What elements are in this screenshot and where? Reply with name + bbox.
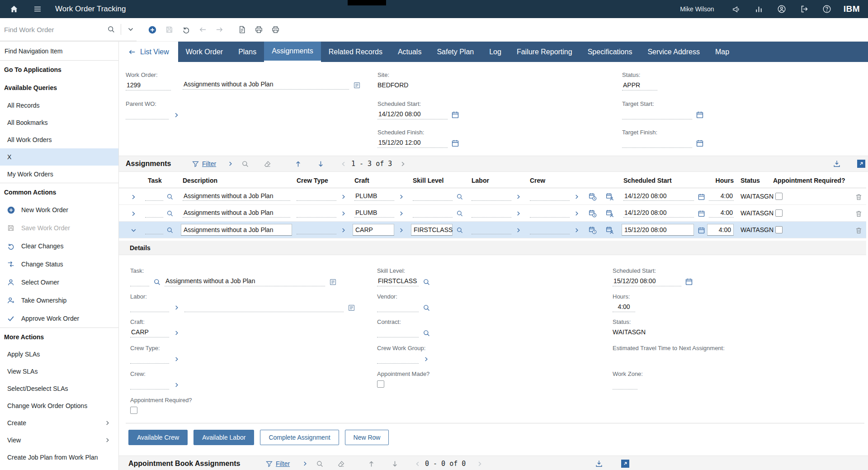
labor-field[interactable] xyxy=(472,209,511,218)
crew-chevron-icon[interactable] xyxy=(172,380,181,389)
table-search-icon[interactable] xyxy=(315,459,324,468)
description-field[interactable]: Assignments without a Job Plan xyxy=(183,209,290,218)
contract-value[interactable] xyxy=(377,328,419,337)
crew-type-field[interactable] xyxy=(297,192,336,201)
skill-level-input[interactable]: FIRSTCLASS xyxy=(411,224,453,236)
appointment-required-checkbox[interactable] xyxy=(775,209,783,217)
go-to-applications[interactable]: Go To Applications xyxy=(0,61,118,79)
craft-chevron-icon[interactable] xyxy=(397,209,406,218)
calendar-icon[interactable] xyxy=(451,110,460,119)
previous-page-icon[interactable] xyxy=(339,159,348,168)
next-record-icon[interactable] xyxy=(213,24,225,36)
reports-icon[interactable] xyxy=(753,3,765,15)
calendar-icon[interactable] xyxy=(697,192,706,201)
skill-level-search-icon[interactable] xyxy=(422,277,431,286)
labor-availability-icon[interactable] xyxy=(588,226,597,235)
table-search-icon[interactable] xyxy=(241,159,250,168)
appointment-made-checkbox[interactable] xyxy=(377,380,384,388)
target-start-value[interactable] xyxy=(622,110,692,119)
action-change-status[interactable]: Change Status xyxy=(0,255,118,273)
crew-availability-icon[interactable] xyxy=(605,209,614,218)
craft-field[interactable]: PLUMB xyxy=(354,209,394,218)
filter-chevron-icon[interactable] xyxy=(301,459,310,468)
tab-failure-reporting[interactable]: Failure Reporting xyxy=(509,42,580,62)
back-to-list-view[interactable]: List View xyxy=(119,42,178,62)
labor-availability-icon[interactable] xyxy=(588,192,597,201)
calendar-icon[interactable] xyxy=(451,139,460,148)
craft-chevron-icon[interactable] xyxy=(397,226,406,235)
labor-description-value[interactable] xyxy=(184,303,344,312)
crew-type-chevron-icon[interactable] xyxy=(339,209,348,218)
action-create-job-plan-from-work-plan[interactable]: Create Job Plan from Work Plan xyxy=(0,449,118,466)
scheduled-start-field[interactable]: 14/12/20 08:00 xyxy=(623,192,694,201)
skill-level-search-icon[interactable] xyxy=(455,209,464,218)
action-create[interactable]: Create xyxy=(0,414,118,432)
crew-field[interactable] xyxy=(530,209,570,218)
previous-page-icon[interactable] xyxy=(413,459,422,468)
action-remove-work-plan[interactable]: Remove Work Plan xyxy=(0,466,118,470)
filter-funnel-icon[interactable] xyxy=(191,159,200,168)
work-order-value[interactable]: 1299 xyxy=(126,81,171,90)
query-x[interactable]: X xyxy=(0,148,118,166)
labor-chevron-icon[interactable] xyxy=(514,192,523,201)
query-all-work-orders[interactable]: All Work Orders xyxy=(0,131,118,148)
crew-chevron-icon[interactable] xyxy=(572,226,581,235)
long-description-icon[interactable] xyxy=(352,81,361,90)
tab-assignments[interactable]: Assignments xyxy=(264,42,321,62)
available-labor-button[interactable]: Available Labor xyxy=(193,430,254,445)
appointment-required-checkbox[interactable] xyxy=(130,407,137,414)
action-clear-changes[interactable]: Clear Changes xyxy=(0,237,118,255)
hours-value[interactable]: 4:00 xyxy=(613,303,635,312)
crew-type-field[interactable] xyxy=(297,209,336,218)
tab-plans[interactable]: Plans xyxy=(231,42,264,62)
user-name[interactable]: Mike Wilson xyxy=(680,5,714,13)
complete-assignment-button[interactable]: Complete Assignment xyxy=(260,430,339,445)
skill-level-field[interactable] xyxy=(413,209,453,218)
parent-wo-detail-chevron-icon[interactable] xyxy=(172,110,181,119)
available-crew-button[interactable]: Available Crew xyxy=(128,430,188,445)
tab-safety-plan[interactable]: Safety Plan xyxy=(429,42,481,62)
clear-filter-icon[interactable] xyxy=(263,159,272,168)
crew-type-value[interactable] xyxy=(130,355,169,364)
crew-work-group-value[interactable] xyxy=(377,355,419,364)
print-icon[interactable] xyxy=(253,24,264,36)
calendar-icon[interactable] xyxy=(695,139,704,148)
parent-wo-value[interactable] xyxy=(126,110,169,119)
row-collapse-chevron-icon[interactable] xyxy=(129,226,138,235)
filter-funnel-icon[interactable] xyxy=(264,459,274,468)
crew-type-chevron-icon[interactable] xyxy=(172,355,181,364)
contract-search-icon[interactable] xyxy=(422,328,431,337)
vendor-search-icon[interactable] xyxy=(422,303,431,312)
next-row-icon[interactable] xyxy=(316,159,325,168)
find-navigation-input[interactable]: Find Navigation Item xyxy=(0,42,118,61)
hours-field[interactable]: 4:00 xyxy=(709,192,734,201)
calendar-icon[interactable] xyxy=(697,226,706,235)
tab-work-order[interactable]: Work Order xyxy=(178,42,231,62)
crew-availability-icon[interactable] xyxy=(605,226,614,235)
action-apply-slas[interactable]: Apply SLAs xyxy=(0,346,118,363)
craft-input[interactable]: CARP xyxy=(353,224,394,236)
work-zone-value[interactable] xyxy=(613,380,637,389)
report-icon[interactable] xyxy=(236,24,248,36)
find-work-order-input[interactable] xyxy=(4,26,105,33)
signout-icon[interactable] xyxy=(798,3,810,15)
tab-related-records[interactable]: Related Records xyxy=(321,42,390,62)
vendor-value[interactable] xyxy=(377,303,419,312)
task-value[interactable] xyxy=(130,277,149,286)
crew-type-chevron-icon[interactable] xyxy=(339,226,348,235)
find-chevron-down-icon[interactable] xyxy=(125,24,137,35)
help-icon[interactable] xyxy=(821,3,833,15)
delete-row-icon[interactable] xyxy=(854,209,863,218)
delete-row-icon[interactable] xyxy=(854,192,863,201)
query-my-work-orders[interactable]: My Work Orders xyxy=(0,166,118,183)
skill-level-search-icon[interactable] xyxy=(455,226,464,235)
crew-field[interactable] xyxy=(530,226,570,234)
broadcast-icon[interactable] xyxy=(731,3,742,15)
row-expand-chevron-icon[interactable] xyxy=(129,192,138,201)
labor-field[interactable] xyxy=(472,192,511,201)
description-field[interactable]: Assignments without a Job Plan xyxy=(183,192,290,201)
calendar-icon[interactable] xyxy=(697,209,706,218)
target-finish-value[interactable] xyxy=(622,139,692,148)
labor-availability-icon[interactable] xyxy=(588,209,597,218)
find-search-icon[interactable] xyxy=(105,24,117,35)
